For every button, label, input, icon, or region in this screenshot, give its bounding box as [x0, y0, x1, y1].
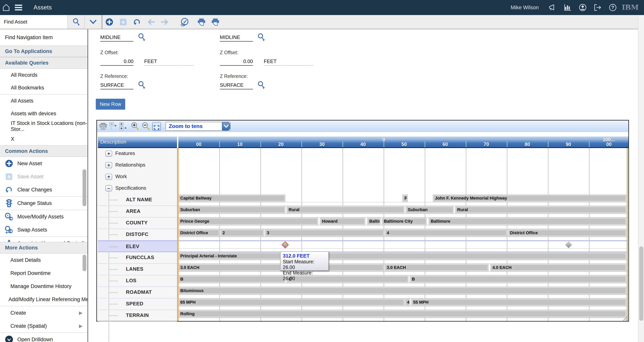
- segment-bar[interactable]: 4: [385, 230, 507, 236]
- new-row-button[interactable]: New Row: [96, 99, 125, 110]
- segment-bar[interactable]: District Office: [508, 230, 626, 236]
- segment-bar[interactable]: Rural: [456, 206, 626, 213]
- history-icon[interactable]: [178, 15, 192, 29]
- new-record-icon[interactable]: [102, 15, 116, 29]
- segment-bar[interactable]: Rural: [287, 206, 404, 213]
- selected-point-marker[interactable]: [282, 241, 289, 248]
- segment-bar[interactable]: Suburban: [406, 206, 453, 213]
- user-name[interactable]: Mike Wilson: [510, 5, 539, 10]
- dropdown-chevron-icon[interactable]: [222, 122, 230, 131]
- segment-bar[interactable]: 4.0 EACH: [491, 264, 626, 271]
- home-icon[interactable]: [0, 1, 12, 14]
- common-action-item[interactable]: Swap Assets: [0, 223, 88, 236]
- zoom-in-icon[interactable]: [130, 122, 140, 130]
- more-action-item[interactable]: Create▶: [0, 306, 88, 320]
- y-reference-field[interactable]: MIDLINE: [100, 33, 134, 42]
- attribute-row-terrain[interactable]: TERRAIN: [98, 310, 177, 322]
- find-asset-input[interactable]: Find Asset: [0, 15, 68, 29]
- lookup-icon[interactable]: [138, 33, 146, 42]
- collapse-icon[interactable]: −: [105, 185, 112, 192]
- z-offset-field[interactable]: 0.00: [220, 57, 253, 66]
- attribute-row-los[interactable]: LOS: [98, 275, 177, 287]
- segment-bar[interactable]: 3: [265, 230, 384, 236]
- common-action-item[interactable]: Associate Users and Custodia: [0, 237, 88, 242]
- page-scrollbar-thumb[interactable]: [639, 246, 644, 321]
- find-navigation-input[interactable]: Find Navigation Item: [0, 29, 88, 46]
- segment-bar[interactable]: Howard: [320, 218, 365, 224]
- attribute-row-speed[interactable]: SPEED: [98, 298, 177, 310]
- announcement-icon[interactable]: [546, 1, 559, 14]
- query-item[interactable]: X: [0, 133, 88, 145]
- common-action-item[interactable]: New Asset: [0, 157, 88, 170]
- segment-bar[interactable]: District Office: [178, 230, 219, 236]
- attribute-row-roadmat[interactable]: ROADMAT: [98, 287, 177, 298]
- segment-bar[interactable]: John F. Kennedy Memorial Highway: [433, 195, 626, 202]
- lookup-icon[interactable]: [138, 81, 146, 89]
- tree-row-relationships[interactable]: +Relationships: [98, 160, 177, 171]
- more-action-item[interactable]: Report Downtime: [0, 266, 88, 280]
- print-with-attachments-icon[interactable]: [208, 15, 222, 29]
- zoom-out-icon[interactable]: [141, 122, 150, 130]
- chevron-down-icon[interactable]: [85, 15, 102, 29]
- attribute-row-area[interactable]: AREA: [98, 206, 177, 218]
- point-marker[interactable]: [565, 241, 572, 248]
- common-action-item[interactable]: Change Status: [0, 197, 88, 210]
- attribute-row-funcclas[interactable]: FUNCCLAS: [98, 252, 177, 264]
- segment-bar[interactable]: F: [403, 195, 408, 202]
- query-item[interactable]: All Records: [0, 69, 88, 81]
- segment-bar[interactable]: Capital Beltway: [178, 195, 285, 202]
- sidebar-header-common-actions[interactable]: Common Actions: [0, 145, 88, 157]
- y-reference-field[interactable]: MIDLINE: [220, 33, 253, 42]
- description-column-header[interactable]: Description: [98, 136, 177, 148]
- segment-bar[interactable]: Prince George: [178, 218, 318, 224]
- clear-changes-icon[interactable]: [130, 15, 144, 29]
- segment-bar[interactable]: Baltimore City: [382, 218, 426, 224]
- attribute-row-lanes[interactable]: LANES: [98, 264, 177, 275]
- sidebar-header-more-actions[interactable]: More Actions: [0, 242, 88, 254]
- segment-bar[interactable]: 55 MPH: [412, 299, 626, 306]
- segment-bar[interactable]: B: [410, 276, 626, 282]
- print-icon[interactable]: [194, 15, 208, 29]
- logout-icon[interactable]: [592, 1, 604, 14]
- more-action-item[interactable]: Open Drilldown: [0, 333, 88, 342]
- print-icon[interactable]: [99, 122, 107, 130]
- help-icon[interactable]: ?: [606, 1, 619, 14]
- z-reference-field[interactable]: SURFACE: [220, 80, 253, 90]
- sidebar-scrollbar-2[interactable]: [82, 255, 86, 271]
- segment-bar[interactable]: Baltim: [368, 218, 380, 224]
- segment-bar[interactable]: 3.0 EACH: [385, 264, 488, 271]
- common-action-item[interactable]: Clear Changes: [0, 183, 88, 196]
- fit-view-icon[interactable]: [152, 122, 161, 130]
- segment-bar[interactable]: B: [178, 276, 285, 282]
- more-action-item[interactable]: Asset Details: [0, 254, 88, 266]
- menu-icon[interactable]: [12, 1, 25, 14]
- expand-icon[interactable]: +: [105, 174, 112, 180]
- attribute-row-elev[interactable]: ELEV: [98, 240, 177, 252]
- segment-bar[interactable]: Bituminous: [178, 288, 626, 294]
- zoom-level-dropdown[interactable]: Zoom to tens: [166, 122, 230, 131]
- expand-icon[interactable]: +: [105, 162, 112, 168]
- query-item[interactable]: All Bookmarks: [0, 81, 88, 94]
- segment-bar[interactable]: 2: [221, 230, 264, 236]
- z-offset-field[interactable]: 0.00: [100, 57, 134, 66]
- segment-bar[interactable]: Principal Arterial - Interstate: [178, 253, 626, 259]
- expand-icon[interactable]: +: [105, 150, 112, 157]
- profile-icon[interactable]: [576, 1, 589, 14]
- more-action-item[interactable]: Create (Spatial)▶: [0, 320, 88, 332]
- query-item[interactable]: All Assets: [0, 94, 88, 107]
- z-reference-field[interactable]: SURFACE: [100, 80, 134, 90]
- query-item[interactable]: Assets with devices: [0, 107, 88, 120]
- chart-icon[interactable]: [562, 1, 574, 14]
- sidebar-scrollbar[interactable]: [82, 169, 86, 206]
- lookup-icon[interactable]: [257, 81, 265, 89]
- segment-bar[interactable]: Suburban: [178, 206, 285, 213]
- tree-row-features[interactable]: +Features: [98, 148, 177, 160]
- segment-bar[interactable]: Rolling: [178, 310, 626, 317]
- query-item[interactable]: IT Stock in Stock Locations (non-Stor...: [0, 120, 88, 133]
- tree-row-work[interactable]: +Work: [98, 171, 177, 183]
- common-action-item[interactable]: Move/Modify Assets: [0, 210, 88, 223]
- page-scrollbar[interactable]: [638, 15, 644, 342]
- tree-row-specifications[interactable]: −Specifications: [98, 183, 177, 194]
- collapse-all-icon[interactable]: [109, 122, 117, 130]
- lookup-icon[interactable]: [257, 33, 265, 42]
